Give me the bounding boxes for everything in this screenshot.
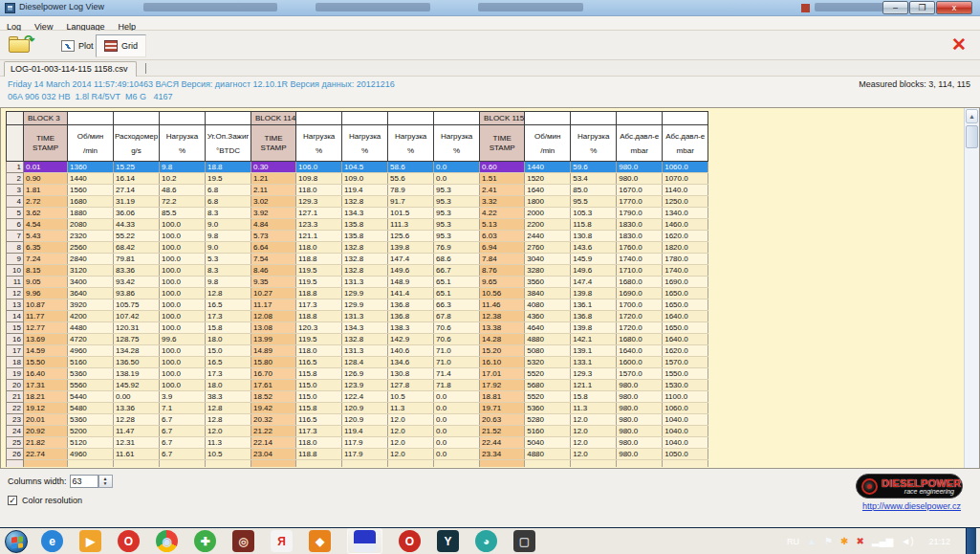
grid-cell[interactable]: 95.3 <box>434 219 480 231</box>
table-row[interactable]: 1613.694720128.7599.618.013.99119.5132.8… <box>7 334 708 345</box>
row-number[interactable]: 16 <box>7 334 24 345</box>
grid-cell[interactable]: 12.0 <box>388 414 434 426</box>
grid-cell[interactable]: 27.14 <box>114 185 160 196</box>
grid-cell[interactable]: 9.8 <box>160 162 206 173</box>
grid-cell[interactable]: 17.3 <box>206 368 251 380</box>
grid-cell[interactable]: 11.46 <box>480 299 525 311</box>
grid-cell[interactable]: 8.3 <box>206 208 251 219</box>
grid-cell[interactable]: 53.4 <box>571 173 617 185</box>
title-bar[interactable]: Dieselpower Log View – ❐ x <box>0 0 980 16</box>
grid-cell[interactable]: 100.0 <box>160 311 206 322</box>
network-bars-icon[interactable]: ▂▄▆ <box>872 537 893 546</box>
grid-cell[interactable]: 10.2 <box>160 173 206 185</box>
grid-cell[interactable]: 129.9 <box>342 288 388 299</box>
table-row[interactable]: 64.54208044.33100.09.04.84123.3135.8111.… <box>7 219 708 231</box>
columns-width-input[interactable]: 63 <box>70 475 98 488</box>
grid-cell[interactable]: 2840 <box>68 254 114 265</box>
grid-cell[interactable]: 15.80 <box>251 357 296 368</box>
grid-cell[interactable]: 55.22 <box>114 231 160 242</box>
grid-cell[interactable]: 1050.0 <box>663 449 708 460</box>
grid-cell[interactable]: 117.9 <box>342 437 388 449</box>
columns-width-stepper[interactable]: ▲▼ <box>98 475 113 488</box>
grid-cell[interactable]: 1440 <box>525 162 571 173</box>
grid-cell[interactable]: 5.73 <box>251 231 296 242</box>
grid-cell[interactable]: 71.8 <box>434 380 480 391</box>
table-row[interactable]: 1411.774200107.42100.017.312.08118.8131.… <box>7 311 708 322</box>
grid-cell[interactable]: 78.9 <box>388 185 434 196</box>
grid-cell[interactable]: 104.5 <box>342 162 388 173</box>
grid-cell[interactable]: 106.0 <box>296 162 342 173</box>
grid-cell[interactable]: 2200 <box>525 219 571 231</box>
grid-cell[interactable]: 93.42 <box>114 277 160 288</box>
taskbar-button[interactable]: ◎ <box>232 530 254 552</box>
grid-cell[interactable]: 95.3 <box>434 196 480 208</box>
grid-cell[interactable]: 1.81 <box>24 185 68 196</box>
grid-cell[interactable]: 105.75 <box>114 299 160 311</box>
grid-cell[interactable]: 2.72 <box>24 196 68 208</box>
grid-cell[interactable]: 1620.0 <box>663 345 708 357</box>
grid-cell[interactable]: 126.9 <box>342 368 388 380</box>
grid-cell[interactable]: 99.6 <box>160 334 206 345</box>
row-number[interactable]: 17 <box>7 345 24 357</box>
table-row[interactable]: 97.24284079.81100.05.37.54118.8132.8147.… <box>7 254 708 265</box>
grid-cell[interactable]: 143.6 <box>571 242 617 254</box>
grid-cell[interactable]: 11.61 <box>114 449 160 460</box>
grid-cell[interactable]: 128.75 <box>114 334 160 345</box>
grid-cell[interactable]: 125.6 <box>388 231 434 242</box>
grid-cell[interactable]: 8.3 <box>206 265 251 277</box>
grid-cell[interactable]: 16.10 <box>480 357 525 368</box>
grid-cell[interactable]: 1720.0 <box>617 322 663 334</box>
grid-cell[interactable]: 980.0 <box>617 403 663 414</box>
column-header[interactable]: Абс.давл-еmbar <box>663 125 708 162</box>
grid-cell[interactable]: 3400 <box>68 277 114 288</box>
table-row[interactable]: 75.43232055.22100.09.85.73121.1135.8125.… <box>7 231 708 242</box>
column-header[interactable]: Нагрузка% <box>434 125 480 162</box>
grid-cell[interactable]: 135.8 <box>342 231 388 242</box>
grid-cell[interactable]: 12.0 <box>571 437 617 449</box>
taskbar-button[interactable]: O <box>118 530 140 552</box>
row-number[interactable]: 6 <box>7 219 24 231</box>
row-number[interactable]: 24 <box>7 426 24 437</box>
table-row[interactable]: 1714.594960134.28100.015.014.89118.0131.… <box>7 345 708 357</box>
maximize-button[interactable]: ❐ <box>909 1 935 14</box>
row-number[interactable]: 22 <box>7 403 24 414</box>
grid-cell[interactable]: 12.77 <box>24 322 68 334</box>
grid-cell[interactable]: 118.8 <box>296 449 342 460</box>
grid-cell[interactable]: 12.08 <box>251 311 296 322</box>
grid-cell[interactable]: 6.03 <box>480 231 525 242</box>
taskbar-button[interactable]: O <box>399 530 421 552</box>
taskbar-button[interactable]: Я <box>271 530 293 552</box>
plot-button[interactable]: Plot <box>53 34 102 57</box>
grid-cell[interactable]: 19.5 <box>206 173 251 185</box>
grid-cell[interactable]: 1680 <box>68 196 114 208</box>
grid-cell[interactable]: 0.0 <box>434 403 480 414</box>
column-header[interactable]: Расходомерg/s <box>114 125 160 162</box>
row-number[interactable]: 3 <box>7 185 24 196</box>
grid-cell[interactable]: 5.3 <box>206 254 251 265</box>
grid-cell[interactable]: 100.0 <box>160 231 206 242</box>
grid-cell[interactable]: 131.3 <box>342 311 388 322</box>
column-header[interactable]: Абс.давл-еmbar <box>617 125 663 162</box>
grid-cell[interactable]: 118.0 <box>296 242 342 254</box>
grid-cell[interactable]: 1670.0 <box>617 185 663 196</box>
grid-cell[interactable]: 1640.0 <box>663 334 708 345</box>
grid-cell[interactable]: 72.2 <box>160 196 206 208</box>
grid-cell[interactable]: 10.27 <box>251 288 296 299</box>
grid-cell[interactable]: 79.81 <box>114 254 160 265</box>
column-header[interactable]: Об/мин/min <box>525 125 571 162</box>
table-row[interactable]: 1916.405360138.19100.017.316.70115.8126.… <box>7 368 708 380</box>
grid-cell[interactable]: 0.0 <box>434 391 480 403</box>
color-resolution-checkbox[interactable]: ✓ <box>8 496 17 505</box>
grid-cell[interactable]: 127.1 <box>296 208 342 219</box>
grid-cell[interactable]: 1740.0 <box>617 254 663 265</box>
grid-cell[interactable]: 5320 <box>525 357 571 368</box>
grid-cell[interactable]: 0.0 <box>434 449 480 460</box>
grid-cell[interactable]: 67.8 <box>434 311 480 322</box>
grid-cell[interactable]: 115.0 <box>296 380 342 391</box>
grid-cell[interactable]: 23.04 <box>251 449 296 460</box>
grid-cell[interactable]: 14.89 <box>251 345 296 357</box>
grid-cell[interactable]: 1700.0 <box>617 299 663 311</box>
grid-cell[interactable]: 118.0 <box>296 185 342 196</box>
scrollbar-thumb[interactable] <box>966 125 978 148</box>
grid-cell[interactable]: 1140.0 <box>663 185 708 196</box>
